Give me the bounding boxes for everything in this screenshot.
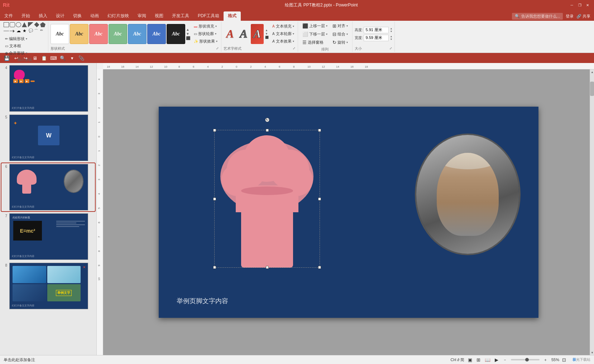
keyboard-btn[interactable]: ⌨: [49, 54, 57, 62]
style-btn-3[interactable]: Abc: [89, 24, 108, 44]
star-icon[interactable]: ★: [22, 28, 27, 33]
present-btn[interactable]: 🖥: [31, 54, 39, 62]
art-text-shadow[interactable]: A: [251, 24, 264, 44]
einstein-photo[interactable]: [415, 134, 521, 255]
tab-switch[interactable]: 切换: [69, 11, 86, 21]
slide-thumb-7[interactable]: 7 此处照片的标题 E=mc² 幻灯片备注文字内容: [1, 213, 95, 261]
text-outline-btn[interactable]: A 文本轮廓 ▾: [271, 30, 296, 37]
diamond-icon[interactable]: [34, 22, 39, 27]
group-btn[interactable]: ⊟ 组合 ▾: [330, 30, 350, 38]
vertical-scrollbar[interactable]: ▲ ▼: [590, 69, 594, 355]
align-btn[interactable]: ⊞ 对齐 ▾: [330, 22, 350, 30]
shape-fill-btn[interactable]: ▬ 形状填充 ▾: [192, 23, 219, 30]
zoom-level[interactable]: 55%: [551, 358, 559, 362]
slide-thumb-6[interactable]: 6 幻灯片备注文字内容: [1, 163, 95, 211]
restore-button[interactable]: ❐: [576, 1, 583, 9]
rounded-rect-icon[interactable]: [10, 22, 15, 27]
chef-hat-group[interactable]: ↻: [214, 130, 320, 268]
text-fill-btn[interactable]: A 文本填充 ▾: [271, 23, 296, 30]
slide-footer-text[interactable]: 举例页脚文字内容: [177, 297, 228, 305]
style-expand[interactable]: ⬛: [186, 36, 190, 40]
text-effect-btn[interactable]: A 文本效果 ▾: [271, 38, 296, 45]
tab-view[interactable]: 视图: [150, 11, 168, 21]
art-text-plain[interactable]: A: [224, 24, 236, 44]
triangle-icon[interactable]: [22, 22, 27, 27]
style-btn-5[interactable]: Abc: [128, 24, 147, 44]
art-text-outline[interactable]: A: [237, 24, 250, 44]
find-btn[interactable]: 🔍: [59, 54, 67, 62]
style-btn-6[interactable]: Abc: [147, 24, 166, 44]
slide-thumb-5[interactable]: 5 ✦ W 幻灯片备注文字内容: [1, 114, 95, 162]
bring-forward-btn[interactable]: ⬛ 上移一层 ▾: [300, 22, 330, 30]
style-scroll-down[interactable]: ▼: [186, 32, 190, 36]
tab-design[interactable]: 设计: [52, 11, 69, 21]
zoom-minus-btn[interactable]: －: [502, 357, 508, 363]
rect-icon[interactable]: [4, 22, 9, 27]
pentagon-icon[interactable]: [40, 22, 45, 27]
tab-dev[interactable]: 开发工具: [168, 11, 193, 21]
undo-btn[interactable]: ↩: [12, 54, 20, 62]
shape-effect-btn[interactable]: ✨ 形状效果 ▾: [192, 38, 219, 45]
width-input[interactable]: [364, 35, 389, 41]
art-text-expand-btn[interactable]: ⤢: [293, 47, 296, 50]
style-btn-7[interactable]: Abc: [167, 24, 185, 44]
text-box-btn[interactable]: ▭ 文本框: [4, 43, 46, 49]
qa-customize-btn[interactable]: 📎: [77, 54, 85, 62]
line-icon[interactable]: [4, 28, 9, 33]
slide-thumb-4[interactable]: 4 ▶ ▶ ▶ 幻灯片备注文字内容: [1, 64, 95, 112]
search-bar[interactable]: 🔍 告诉我您想要做什么...: [512, 13, 563, 20]
height-down[interactable]: ▼: [390, 30, 392, 33]
art-text-expand[interactable]: ⬛: [265, 36, 269, 39]
zoom-plus-btn[interactable]: ＋: [542, 357, 549, 363]
save-qa-btn[interactable]: 💾: [3, 54, 11, 62]
clipboard-btn[interactable]: 📋: [40, 54, 48, 62]
size-expand-btn[interactable]: ⤢: [389, 47, 392, 50]
tab-file[interactable]: 文件: [0, 11, 17, 21]
tab-insert[interactable]: 插入: [34, 11, 52, 21]
rotate-btn[interactable]: ↻ 旋转 ▾: [330, 39, 350, 46]
view-present-btn[interactable]: ▶: [494, 357, 499, 363]
view-reading-btn[interactable]: 📖: [484, 357, 491, 363]
close-button[interactable]: ✕: [584, 1, 591, 9]
send-backward-btn[interactable]: ⬜ 下移一层 ▾: [300, 30, 330, 38]
redo-btn[interactable]: ↪: [21, 54, 29, 62]
tab-animation[interactable]: 动画: [86, 11, 103, 21]
height-input[interactable]: [364, 27, 389, 33]
style-btn-4[interactable]: Abc: [109, 24, 127, 44]
tab-format[interactable]: 格式: [224, 11, 241, 21]
tab-review[interactable]: 审阅: [133, 11, 150, 21]
minimize-button[interactable]: ─: [568, 1, 575, 9]
input-method[interactable]: CH ∂ 简: [451, 357, 464, 363]
arrow-icon[interactable]: [10, 28, 15, 33]
tab-start[interactable]: 开始: [17, 11, 34, 21]
tab-pdf[interactable]: PDF工具箱: [193, 11, 224, 21]
edit-shape-btn[interactable]: ✏ 编辑形状 ▾: [4, 35, 46, 42]
freeform-icon[interactable]: ✏: [40, 28, 45, 33]
cloud-icon[interactable]: ☁: [16, 28, 21, 33]
scrollbar-thumb[interactable]: [590, 82, 594, 96]
art-text-scroll-up[interactable]: ▲: [265, 29, 269, 32]
slide-thumb-8[interactable]: 8 举例文字 ✕ 幻灯片备注文字内容: [1, 262, 95, 310]
art-text-scroll-down[interactable]: ▼: [265, 32, 269, 35]
shape-styles-expand[interactable]: ⤢: [216, 47, 219, 50]
scroll-down-btn[interactable]: ▼: [590, 350, 594, 355]
rtriangle-icon[interactable]: [28, 22, 33, 27]
qa-more-btn[interactable]: ▾: [68, 54, 76, 62]
zoom-slider[interactable]: [511, 359, 540, 360]
style-btn-2[interactable]: Abc: [70, 24, 88, 44]
style-btn-1[interactable]: Abc: [51, 24, 69, 44]
view-normal-btn[interactable]: ▣: [467, 357, 473, 363]
status-note[interactable]: 单击此处添加备注: [4, 357, 35, 363]
select-pane-btn[interactable]: ☰ 选择窗格: [300, 39, 330, 46]
height-up[interactable]: ▲: [390, 27, 392, 30]
login-btn[interactable]: 登录: [566, 14, 574, 19]
fit-window-btn[interactable]: ⊡: [562, 357, 566, 363]
curve-icon[interactable]: ⌒: [34, 28, 39, 33]
width-up[interactable]: ▲: [390, 35, 392, 38]
share-btn[interactable]: 🔗 共享: [576, 14, 590, 19]
circle-icon[interactable]: [16, 22, 21, 27]
tab-slideshow[interactable]: 幻灯片放映: [103, 11, 133, 21]
scroll-up-btn[interactable]: ▲: [590, 69, 594, 74]
shape-outline-btn[interactable]: ▭ 形状轮廓 ▾: [192, 30, 219, 37]
view-sort-btn[interactable]: ⊞: [476, 357, 481, 363]
